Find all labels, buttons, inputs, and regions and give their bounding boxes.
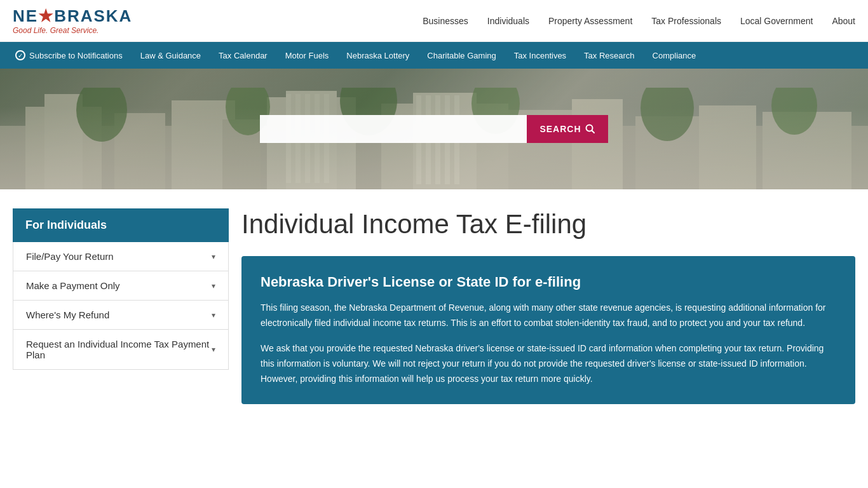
- tax-research-link[interactable]: Tax Research: [575, 42, 643, 69]
- search-button[interactable]: SEARCH: [527, 115, 607, 143]
- info-box-title: Nebraska Driver's License or State ID fo…: [261, 274, 836, 290]
- sidebar-item-file-pay[interactable]: File/Pay Your Return ▾: [13, 242, 228, 271]
- sidebar-item-refund-label: Where's My Refund: [26, 309, 109, 320]
- page-title: Individual Income Tax E-filing: [241, 208, 855, 240]
- nav-individuals[interactable]: Individuals: [487, 16, 529, 26]
- sidebar-item-make-payment[interactable]: Make a Payment Only ▾: [13, 271, 228, 301]
- info-box: Nebraska Driver's License or State ID fo…: [241, 256, 855, 404]
- site-header: NE★BRASKA Good Life. Great Service. Busi…: [0, 0, 868, 42]
- svg-rect-11: [572, 99, 623, 189]
- law-guidance-link[interactable]: Law & Guidance: [132, 42, 210, 69]
- sidebar-header: For Individuals: [13, 208, 229, 242]
- logo-tagline: Good Life. Great Service.: [13, 26, 132, 35]
- search-button-label: SEARCH: [539, 124, 581, 134]
- charitable-gaming-link[interactable]: Charitable Gaming: [418, 42, 505, 69]
- compliance-link[interactable]: Compliance: [644, 42, 705, 69]
- nebraska-lottery-link[interactable]: Nebraska Lottery: [337, 42, 418, 69]
- nav-businesses[interactable]: Businesses: [423, 16, 468, 26]
- sidebar: For Individuals File/Pay Your Return ▾ M…: [13, 208, 229, 404]
- search-container: SEARCH: [260, 115, 607, 143]
- sidebar-menu: File/Pay Your Return ▾ Make a Payment On…: [13, 242, 229, 370]
- tax-calendar-link[interactable]: Tax Calendar: [210, 42, 276, 69]
- search-input[interactable]: [260, 115, 527, 143]
- chevron-down-icon: ▾: [212, 281, 215, 290]
- secondary-nav: ✓ Subscribe to Notifications Law & Guida…: [0, 42, 868, 69]
- sidebar-item-payment-plan[interactable]: Request an Individual Income Tax Payment…: [13, 330, 228, 369]
- checkmark-icon: ✓: [15, 50, 25, 60]
- content-area: Individual Income Tax E-filing Nebraska …: [241, 208, 855, 404]
- chevron-down-icon: ▾: [212, 311, 215, 320]
- svg-rect-13: [699, 105, 756, 189]
- logo-text[interactable]: NE★BRASKA: [13, 6, 132, 26]
- main-content: For Individuals File/Pay Your Return ▾ M…: [0, 189, 868, 423]
- info-box-para1: This filing season, the Nebraska Departm…: [261, 301, 836, 331]
- nav-tax-professionals[interactable]: Tax Professionals: [651, 16, 721, 26]
- main-nav: Businesses Individuals Property Assessme…: [423, 16, 855, 26]
- nav-about[interactable]: About: [832, 16, 855, 26]
- sidebar-item-wheres-my-refund[interactable]: Where's My Refund ▾: [13, 301, 228, 330]
- tax-incentives-link[interactable]: Tax Incentives: [505, 42, 575, 69]
- sidebar-item-make-payment-label: Make a Payment Only: [26, 280, 120, 291]
- nav-local-government[interactable]: Local Government: [740, 16, 813, 26]
- sidebar-item-payment-plan-label: Request an Individual Income Tax Payment…: [26, 339, 212, 360]
- nav-property-assessment[interactable]: Property Assessment: [548, 16, 632, 26]
- logo-area: NE★BRASKA Good Life. Great Service.: [13, 6, 132, 35]
- motor-fuels-link[interactable]: Motor Fuels: [276, 42, 338, 69]
- search-icon: [585, 124, 595, 134]
- chevron-down-icon: ▾: [212, 345, 215, 354]
- info-box-para2: We ask that you provide the requested Ne…: [261, 341, 836, 386]
- hero-banner: SEARCH: [0, 69, 868, 189]
- subscribe-to-notifications-link[interactable]: ✓ Subscribe to Notifications: [6, 42, 132, 69]
- svg-line-32: [592, 131, 594, 133]
- chevron-down-icon: ▾: [212, 252, 215, 261]
- sidebar-item-file-pay-label: File/Pay Your Return: [26, 251, 114, 262]
